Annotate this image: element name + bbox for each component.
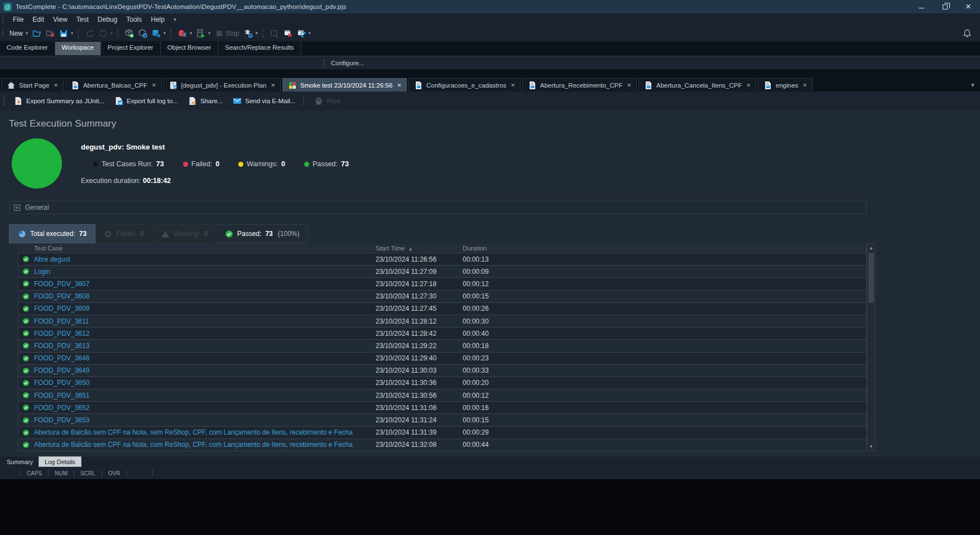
test-case-link[interactable]: Login — [34, 268, 376, 276]
FOOD_PDV_3607[interactable]: FOOD_PDV_360723/10/2024 11:27:1800:00:12 — [18, 278, 866, 290]
doc-tab-abertura-balcao-cpf[interactable]: Abertura_Balcao_CPF — [65, 78, 162, 91]
FOOD_PDV_3649[interactable]: FOOD_PDV_364923/10/2024 11:30:0300:00:33 — [18, 365, 866, 377]
general-section-header[interactable]: General — [9, 201, 867, 214]
test-case-link[interactable]: FOOD_PDV_3648 — [34, 354, 376, 362]
test-case-link[interactable]: Abertura de Balcão sem CPF na Nota, com … — [34, 441, 376, 449]
test-case-link[interactable]: FOOD_PDV_3650 — [34, 379, 376, 387]
open-project-button[interactable] — [30, 27, 44, 40]
drag-grip[interactable] — [324, 59, 326, 67]
filter-tab-total[interactable]: Total executed:73 — [9, 224, 95, 243]
filter-tab-warning[interactable]: Warning:0 — [153, 224, 217, 243]
close-icon[interactable] — [271, 83, 275, 88]
doc-tab-abertura-recebimento[interactable]: Abertura_Recebimento_CPF — [522, 78, 637, 91]
close-window-button[interactable] — [281, 27, 295, 40]
drag-grip[interactable] — [3, 97, 6, 105]
record-button[interactable] — [176, 27, 194, 40]
doc-tab-engines[interactable]: engines — [758, 78, 813, 91]
stop-button[interactable]: Stop — [213, 27, 242, 40]
new-button[interactable]: New — [7, 28, 30, 39]
print-button[interactable]: Print... — [310, 94, 349, 108]
configure-button[interactable]: Configure... — [331, 60, 364, 66]
test-case-link[interactable]: FOOD_PDV_3611 — [34, 317, 376, 325]
debug-button[interactable] — [242, 27, 260, 40]
test-case-link[interactable]: FOOD_PDV_3612 — [34, 330, 376, 338]
FOOD_PDV_3608[interactable]: FOOD_PDV_360823/10/2024 11:27:3000:00:15 — [18, 291, 866, 303]
notifications-bell-icon[interactable] — [962, 28, 972, 38]
panel-tab-workspace[interactable]: Workspace — [55, 42, 101, 55]
close-icon[interactable] — [152, 83, 156, 88]
menu-item[interactable]: File — [8, 15, 28, 25]
panel-tab-code-explorer[interactable]: Code Explorer — [0, 42, 55, 55]
close-icon[interactable] — [511, 83, 515, 88]
menu-item[interactable]: View — [49, 15, 72, 25]
FOOD_PDV_3609[interactable]: FOOD_PDV_360923/10/2024 11:27:4500:00:26 — [18, 303, 866, 315]
table-scrollbar[interactable] — [867, 243, 876, 451]
export-junit-button[interactable]: Export Summary as JUnit... — [9, 94, 109, 108]
FOOD_PDV_3648[interactable]: FOOD_PDV_364823/10/2024 11:29:4000:00:23 — [18, 353, 866, 365]
filter-tab-failed[interactable]: Failed:0 — [95, 224, 153, 243]
tab-overflow-icon[interactable] — [970, 82, 976, 88]
doc-tab-configuracoes[interactable]: Configuracoes_e_cadastros — [409, 78, 521, 91]
column-start-time[interactable]: Start Time — [376, 245, 463, 252]
test-case-link[interactable]: FOOD_PDV_3652 — [34, 404, 376, 412]
scrollbar-thumb[interactable] — [868, 253, 874, 303]
FOOD_PDV_3611[interactable]: FOOD_PDV_361123/10/2024 11:28:1200:00:30 — [18, 315, 866, 327]
panel-tab-search-replace[interactable]: Search/Replace Results — [218, 42, 301, 55]
test-case-link[interactable]: FOOD_PDV_3607 — [34, 280, 376, 288]
Login[interactable]: Login23/10/2024 11:27:0900:00:09 — [18, 266, 866, 278]
Abertura de Balcão sem CPF na Nota, com ReShop, CPF, com Lançamento de Itens, recebimento e Fecha[interactable]: Abertura de Balcão sem CPF na Nota, com … — [18, 439, 866, 451]
save-button[interactable] — [57, 27, 75, 40]
close-icon[interactable] — [397, 83, 401, 88]
run-button[interactable] — [194, 27, 213, 40]
test-case-link[interactable]: FOOD_PDV_3613 — [34, 342, 376, 350]
menu-item[interactable]: Help — [146, 15, 169, 25]
test-case-link[interactable]: FOOD_PDV_3651 — [34, 392, 376, 399]
object-spy-button[interactable] — [136, 27, 150, 40]
test-case-link[interactable]: FOOD_PDV_3653 — [34, 416, 376, 424]
scroll-up-icon[interactable] — [867, 244, 875, 252]
close-icon[interactable] — [803, 83, 807, 88]
test-case-link[interactable]: FOOD_PDV_3608 — [34, 292, 376, 300]
menu-item[interactable]: Edit — [28, 15, 49, 25]
export-log-button[interactable]: Export full log to... — [110, 94, 182, 108]
column-duration[interactable]: Duration — [463, 245, 857, 252]
filter-tab-passed[interactable]: Passed:73(100%) — [217, 224, 308, 243]
scroll-down-icon[interactable] — [867, 442, 875, 451]
Abre degust[interactable]: Abre degust23/10/2024 11:26:5600:00:13 — [18, 253, 866, 266]
data-operations-button[interactable] — [150, 27, 168, 40]
close-icon[interactable] — [746, 83, 751, 88]
test-case-link[interactable]: FOOD_PDV_3609 — [34, 305, 376, 312]
send-email-button[interactable]: Send via E-Mail... — [228, 94, 300, 108]
bottom-tab-log-details[interactable]: Log Details — [39, 456, 81, 467]
menu-item[interactable]: Tools — [122, 15, 146, 25]
close-icon[interactable] — [54, 83, 58, 88]
doc-tab-abertura-cancela-itens[interactable]: Abertura_Cancela_Itens_CPF — [638, 78, 756, 91]
restore-button[interactable] — [933, 0, 957, 13]
expand-icon[interactable] — [14, 205, 20, 211]
FOOD_PDV_3651[interactable]: FOOD_PDV_365123/10/2024 11:30:5600:00:12 — [18, 389, 866, 402]
menu-overflow-icon[interactable] — [170, 17, 180, 22]
close-icon[interactable] — [627, 83, 631, 88]
add-object-button[interactable] — [123, 27, 136, 40]
FOOD_PDV_3612[interactable]: FOOD_PDV_361223/10/2024 11:28:4200:00:40 — [18, 327, 866, 340]
redo-button[interactable] — [97, 27, 115, 40]
FOOD_PDV_3613[interactable]: FOOD_PDV_361323/10/2024 11:29:2200:00:18 — [18, 340, 866, 352]
drag-grip[interactable] — [2, 16, 5, 23]
doc-tab-smoke-test[interactable]: Smoke test 23/10/2024 11:26:56 — [282, 78, 407, 91]
panel-tab-object-browser[interactable]: Object Browser — [161, 42, 219, 55]
FOOD_PDV_3653[interactable]: FOOD_PDV_365323/10/2024 11:31:2400:00:15 — [18, 414, 866, 426]
menu-item[interactable]: Test — [72, 15, 93, 25]
close-button[interactable] — [957, 0, 980, 13]
FOOD_PDV_3652[interactable]: FOOD_PDV_365223/10/2024 11:31:0800:00:16 — [18, 402, 866, 414]
panel-tab-project-explorer[interactable]: Project Explorer — [101, 42, 161, 55]
test-case-link[interactable]: Abre degust — [34, 256, 376, 263]
FOOD_PDV_3650[interactable]: FOOD_PDV_365023/10/2024 11:30:3600:00:20 — [18, 377, 866, 389]
new-window-button[interactable] — [268, 27, 281, 40]
test-case-link[interactable]: Abertura de Balcão sem CPF na Nota, sem … — [34, 428, 376, 436]
menu-item[interactable]: Debug — [93, 15, 122, 25]
close-project-button[interactable] — [44, 27, 57, 40]
restore-layout-button[interactable] — [295, 27, 313, 40]
share-button[interactable]: Share... — [184, 94, 227, 108]
column-test-case[interactable]: Test Case — [34, 245, 376, 252]
doc-tab-execution-plan[interactable]: [degust_pdv] - Execution Plan — [164, 78, 281, 91]
